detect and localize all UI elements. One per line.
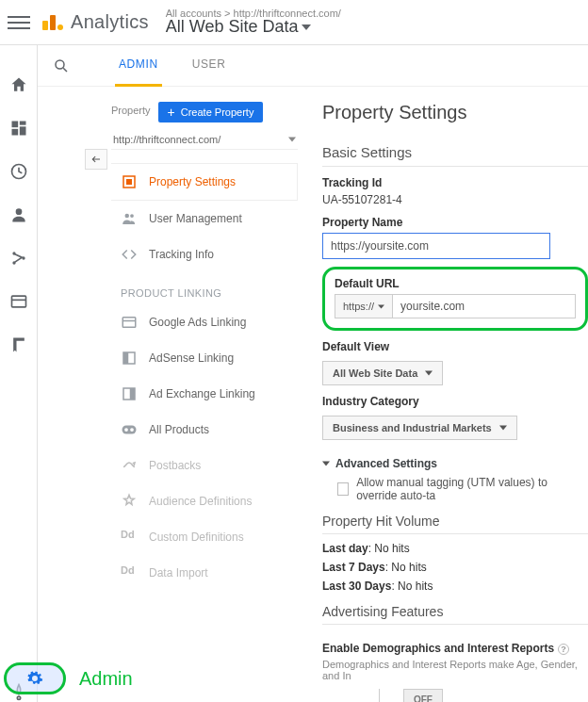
dashboard-icon[interactable] xyxy=(9,119,28,138)
section-basic: Basic Settings xyxy=(322,144,588,167)
search-icon[interactable] xyxy=(53,57,70,74)
demographics-toggle[interactable]: OFF xyxy=(379,689,443,702)
svg-rect-9 xyxy=(11,296,25,307)
caret-down-icon xyxy=(288,136,296,143)
admin-gear-highlight[interactable] xyxy=(4,662,66,694)
property-selector[interactable]: http://thriftconnect.com/ xyxy=(111,130,298,150)
app-header: Analytics All accounts > http://thriftco… xyxy=(0,0,588,45)
svg-rect-18 xyxy=(122,318,136,328)
menu-postbacks[interactable]: Postbacks xyxy=(111,448,298,483)
menu-section-linking: PRODUCT LINKING xyxy=(111,272,298,304)
caret-down-icon xyxy=(322,460,330,467)
main-content: ADMIN USER Property +Create Property htt… xyxy=(38,45,588,702)
property-label: Property xyxy=(111,105,151,116)
manual-tagging-label: Allow manual tagging (UTM values) to ove… xyxy=(356,476,588,502)
menu-audience[interactable]: Audience Definitions xyxy=(111,483,298,519)
clock-icon[interactable] xyxy=(9,162,28,181)
default-url-label: Default URL xyxy=(335,277,576,290)
brand-name: Analytics xyxy=(71,11,149,33)
demographics-label: Enable Demographics and Interest Reports… xyxy=(322,642,569,655)
caret-down-icon xyxy=(302,23,311,32)
gear-icon xyxy=(26,670,43,687)
side-rail xyxy=(0,45,38,702)
postbacks-icon xyxy=(121,457,138,474)
svg-rect-3 xyxy=(11,129,18,136)
url-protocol-select[interactable]: https:// xyxy=(335,294,393,318)
svg-point-16 xyxy=(125,214,130,219)
advanced-settings-toggle[interactable]: Advanced Settings xyxy=(322,457,588,470)
section-hitvolume: Property Hit Volume xyxy=(322,514,588,534)
tab-user[interactable]: USER xyxy=(188,45,230,87)
view-name: All Web Site Data xyxy=(166,17,299,37)
code-icon xyxy=(121,246,138,263)
svg-point-11 xyxy=(17,696,20,699)
svg-rect-21 xyxy=(123,352,128,364)
svg-point-12 xyxy=(56,60,64,69)
industry-select[interactable]: Business and Industrial Markets xyxy=(322,416,517,440)
tracking-id-label: Tracking Id xyxy=(322,176,588,189)
acquisition-icon[interactable] xyxy=(9,249,28,268)
behavior-icon[interactable] xyxy=(9,292,28,311)
svg-rect-23 xyxy=(130,388,135,400)
page-title: Property Settings xyxy=(322,102,588,123)
svg-rect-15 xyxy=(126,179,132,185)
property-menu: Property Settings User Management Tracki… xyxy=(111,163,298,591)
svg-rect-0 xyxy=(11,122,18,128)
users-icon xyxy=(121,210,138,227)
menu-adexchange[interactable]: Ad Exchange Linking xyxy=(111,376,298,412)
back-arrow-icon xyxy=(90,154,103,165)
section-advertising: Advertising Features xyxy=(322,604,588,625)
adsense-icon xyxy=(121,350,138,367)
hit-lastday: Last day: No hits xyxy=(322,542,588,555)
analytics-logo xyxy=(41,15,63,30)
svg-point-25 xyxy=(124,428,128,432)
svg-point-26 xyxy=(130,428,134,432)
toggle-knob xyxy=(380,689,404,702)
caret-down-icon xyxy=(499,424,507,432)
caret-down-icon xyxy=(425,369,433,377)
menu-user-management[interactable]: User Management xyxy=(111,201,298,237)
view-picker[interactable]: All accounts > http://thriftconnect.com/… xyxy=(166,8,341,37)
hit-last30: Last 30 Days: No hits xyxy=(322,580,588,593)
tracking-id-value: UA-55107281-4 xyxy=(322,193,588,206)
back-button[interactable] xyxy=(85,149,107,170)
link-icon xyxy=(121,421,138,438)
default-view-select[interactable]: All Web Site Data xyxy=(322,361,443,385)
help-icon[interactable]: ? xyxy=(558,644,569,655)
audience-icon xyxy=(121,493,138,510)
menu-tracking-info[interactable]: Tracking Info xyxy=(111,237,298,272)
person-icon[interactable] xyxy=(9,205,28,224)
menu-dataimport[interactable]: Dd Data Import xyxy=(111,555,298,591)
admin-tabs: ADMIN USER xyxy=(115,45,229,87)
adexchange-icon xyxy=(121,385,138,402)
property-settings-panel: Property Settings Basic Settings Trackin… xyxy=(322,102,588,702)
menu-customdef[interactable]: Dd Custom Definitions xyxy=(111,519,298,555)
tab-admin[interactable]: ADMIN xyxy=(115,45,162,87)
manual-tagging-row: Allow manual tagging (UTM values) to ove… xyxy=(337,476,588,502)
sub-header: ADMIN USER xyxy=(38,45,588,87)
demographics-desc: Demographics and Interest Reports make A… xyxy=(322,659,588,681)
property-name-input[interactable] xyxy=(322,233,550,259)
menu-googleads[interactable]: Google Ads Linking xyxy=(111,304,298,340)
menu-adsense[interactable]: AdSense Linking xyxy=(111,340,298,376)
menu-icon[interactable] xyxy=(8,11,30,34)
default-url-input[interactable] xyxy=(393,294,576,318)
property-name-label: Property Name xyxy=(322,216,588,229)
svg-line-13 xyxy=(63,68,67,72)
toggle-state: OFF xyxy=(404,694,442,703)
default-url-callout: Default URL https:// xyxy=(322,267,588,331)
home-icon[interactable] xyxy=(9,75,28,94)
property-column: Property +Create Property http://thriftc… xyxy=(111,102,298,702)
create-property-button[interactable]: +Create Property xyxy=(158,102,264,122)
menu-allproducts[interactable]: All Products xyxy=(111,412,298,448)
industry-label: Industry Category xyxy=(322,395,588,408)
ads-icon xyxy=(121,314,138,331)
admin-annotation: Admin xyxy=(4,662,133,694)
svg-point-17 xyxy=(130,214,134,218)
svg-rect-2 xyxy=(19,126,25,135)
manual-tagging-checkbox[interactable] xyxy=(337,482,349,496)
admin-annotation-label: Admin xyxy=(79,668,133,690)
conversions-icon[interactable] xyxy=(9,335,28,354)
hit-last7: Last 7 Days: No hits xyxy=(322,561,588,574)
menu-property-settings[interactable]: Property Settings xyxy=(111,163,298,201)
